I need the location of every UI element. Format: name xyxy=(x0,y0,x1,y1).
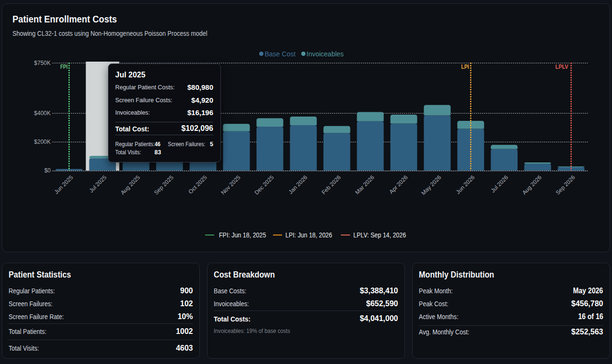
svg-text:Jan 2026: Jan 2026 xyxy=(287,174,309,195)
svg-text:Dec 2025: Dec 2025 xyxy=(253,174,275,196)
svg-text:LPI: LPI xyxy=(461,64,470,70)
svg-text:May 2026: May 2026 xyxy=(420,174,442,196)
svg-text:Sep 2025: Sep 2025 xyxy=(153,174,175,196)
svg-text:Sep 2026: Sep 2026 xyxy=(554,174,576,196)
svg-text:Nov 2025: Nov 2025 xyxy=(219,174,241,196)
svg-text:Mar 2026: Mar 2026 xyxy=(354,174,376,196)
svg-text:Jun 2026: Jun 2026 xyxy=(455,174,476,195)
svg-text:Jun 2025: Jun 2025 xyxy=(53,174,75,195)
svg-text:Jul 2025: Jul 2025 xyxy=(88,174,108,194)
svg-text:Aug 2026: Aug 2026 xyxy=(521,174,543,196)
svg-text:LPLV: LPLV xyxy=(556,64,569,70)
svg-text:$750K: $750K xyxy=(34,60,51,66)
svg-text:Jul 2026: Jul 2026 xyxy=(490,174,510,194)
svg-text:FPI: FPI xyxy=(60,64,68,70)
svg-text:Oct 2025: Oct 2025 xyxy=(187,174,208,195)
svg-text:Apr 2026: Apr 2026 xyxy=(388,174,409,195)
svg-text:$200K: $200K xyxy=(34,139,51,145)
svg-text:$0: $0 xyxy=(44,167,51,174)
svg-text:Feb 2026: Feb 2026 xyxy=(320,174,342,196)
svg-text:$400K: $400K xyxy=(34,110,51,117)
svg-text:Aug 2025: Aug 2025 xyxy=(119,174,141,196)
